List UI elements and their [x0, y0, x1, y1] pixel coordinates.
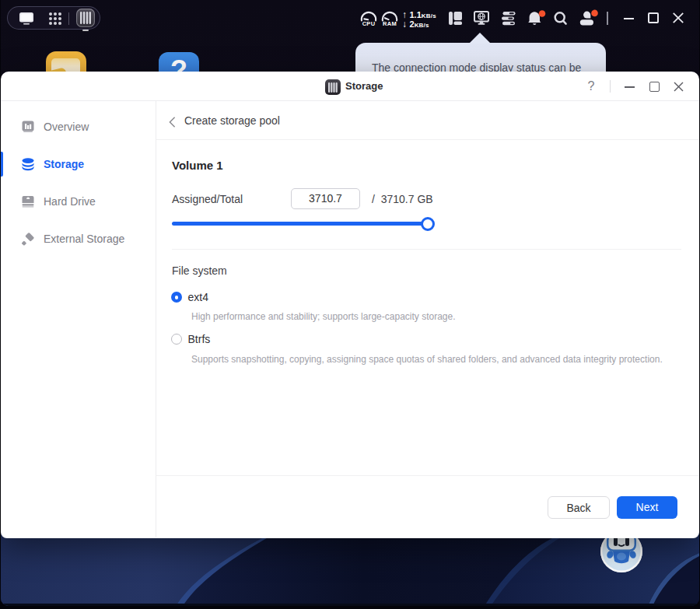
svg-text:RAM: RAM	[383, 20, 397, 26]
svg-text:CPU: CPU	[362, 20, 376, 26]
